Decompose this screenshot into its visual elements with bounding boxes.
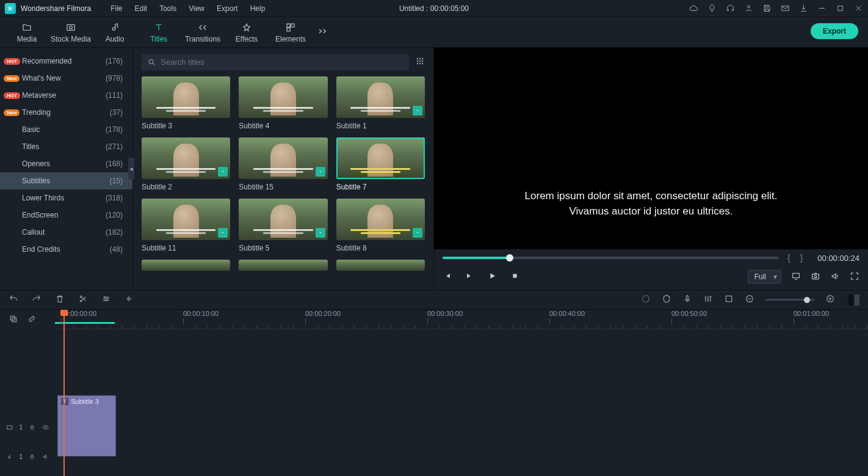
search-input[interactable] — [161, 57, 403, 67]
undo-icon[interactable] — [9, 294, 18, 306]
playhead[interactable] — [63, 310, 65, 476]
sidebar-item-count: (178) — [106, 125, 123, 134]
sidebar-item-callout[interactable]: Callout(182) — [0, 224, 132, 241]
save-icon[interactable] — [762, 4, 772, 13]
ribbon-more-icon[interactable] — [317, 27, 328, 37]
render-icon[interactable] — [641, 294, 651, 306]
sidebar-item-basic[interactable]: Basic(178) — [0, 121, 132, 138]
download-badge-icon[interactable] — [316, 228, 325, 238]
grid-view-icon[interactable] — [415, 56, 425, 68]
mail-icon[interactable] — [780, 4, 790, 13]
close-icon[interactable] — [853, 4, 863, 13]
ribbon-tab-audio[interactable]: Audio — [93, 19, 137, 46]
zoom-out-icon[interactable] — [745, 294, 754, 306]
play-icon[interactable] — [488, 271, 497, 282]
copy-icon[interactable] — [9, 314, 18, 326]
volume-icon[interactable] — [830, 271, 840, 283]
download-badge-icon[interactable] — [413, 228, 422, 238]
menu-file[interactable]: File — [106, 2, 127, 15]
sidebar-item-trending[interactable]: NewTrending(37) — [0, 104, 132, 121]
menu-help[interactable]: Help — [245, 2, 270, 15]
download-badge-icon[interactable] — [218, 167, 228, 177]
title-tile[interactable]: Subtitle 4 — [239, 76, 327, 130]
marker-out-icon[interactable]: } — [800, 253, 805, 263]
display-icon[interactable] — [791, 271, 801, 283]
next-frame-icon[interactable] — [465, 271, 474, 282]
sidebar-item-titles[interactable]: Titles(271) — [0, 138, 132, 155]
tile-label: Subtitle 8 — [336, 244, 425, 252]
title-tile[interactable]: Subtitle 7 — [336, 137, 425, 191]
title-tile[interactable]: Subtitle 3 — [142, 76, 230, 130]
ribbon-tab-transitions[interactable]: Transitions — [181, 19, 225, 46]
download-badge-icon[interactable] — [413, 106, 422, 115]
ribbon-tab-elements[interactable]: Elements — [269, 19, 313, 46]
prev-frame-icon[interactable] — [443, 271, 452, 282]
zoom-in-icon[interactable] — [825, 294, 835, 306]
sidebar-item-what-s-new[interactable]: NewWhat's New(978) — [0, 70, 132, 87]
timeline-tools — [0, 290, 868, 309]
snapshot-icon[interactable] — [811, 271, 820, 283]
ribbon-tab-titles[interactable]: Titles — [137, 19, 181, 46]
ribbon: Media Stock Media Audio Titles Transitio… — [0, 17, 868, 48]
audio-track-head[interactable]: 1 — [0, 442, 55, 471]
timeline-ruler[interactable]: 00:00:00:0000:00:10:0000:00:20:0000:00:3… — [55, 310, 868, 329]
title-tile[interactable]: Subtitle 5 — [239, 199, 327, 252]
panel-toggle-icon[interactable] — [848, 295, 859, 306]
link-icon[interactable] — [27, 314, 37, 326]
timeline-clip[interactable]: TSubtitle 3 — [57, 395, 116, 456]
sidebar-item-recommended[interactable]: HOTRecommended(176) — [0, 53, 132, 70]
bulb-icon[interactable] — [707, 4, 717, 13]
minimize-icon[interactable] — [817, 4, 826, 13]
stop-icon[interactable] — [510, 271, 519, 282]
title-tile[interactable]: Subtitle 1 — [336, 76, 425, 130]
collapse-handle-icon[interactable]: ◂ — [128, 158, 134, 180]
sidebar-item-subtitles[interactable]: Subtitles(15) — [0, 172, 132, 189]
audio-wave-icon[interactable] — [125, 294, 134, 306]
split-icon[interactable] — [78, 294, 88, 306]
marker-icon[interactable] — [662, 294, 671, 306]
download-icon[interactable] — [798, 4, 808, 13]
title-tile[interactable]: Subtitle 8 — [336, 199, 425, 252]
search-input-wrap[interactable] — [142, 54, 409, 70]
mic-icon[interactable] — [682, 294, 692, 306]
sidebar-item-end-credits[interactable]: End Credits(48) — [0, 241, 132, 258]
sidebar-item-count: (120) — [106, 211, 123, 219]
ribbon-tab-media[interactable]: Media — [5, 19, 49, 46]
sidebar-item-lower-thirds[interactable]: Lower Thirds(318) — [0, 189, 132, 207]
export-button[interactable]: Export — [811, 23, 858, 39]
quality-select[interactable]: Full — [748, 270, 781, 284]
ribbon-tab-stockmedia[interactable]: Stock Media — [49, 19, 93, 46]
headset-icon[interactable] — [725, 4, 735, 13]
sidebar-item-label: Lower Thirds — [22, 194, 64, 202]
sidebar-item-label: Openers — [22, 159, 50, 168]
menu-tools[interactable]: Tools — [154, 2, 181, 15]
svg-rect-19 — [793, 273, 800, 277]
menu-export[interactable]: Export — [212, 2, 243, 15]
menu-edit[interactable]: Edit — [130, 2, 153, 15]
title-tile[interactable]: Subtitle 15 — [239, 137, 327, 191]
mixer-icon[interactable] — [703, 294, 713, 306]
crop-icon[interactable] — [724, 294, 734, 306]
redo-icon[interactable] — [32, 294, 42, 306]
sidebar-item-endscreen[interactable]: EndScreen(120) — [0, 207, 132, 224]
preview-scrubber[interactable] — [443, 257, 779, 259]
fullscreen-icon[interactable] — [850, 271, 859, 283]
account-icon[interactable] — [743, 4, 753, 13]
zoom-slider[interactable] — [765, 299, 814, 301]
title-tile[interactable]: Subtitle 2 — [142, 137, 230, 191]
cloud-icon[interactable] — [689, 4, 698, 13]
adjust-icon[interactable] — [101, 294, 111, 306]
title-tile[interactable]: Subtitle 11 — [142, 199, 230, 252]
menu-view[interactable]: View — [184, 2, 209, 15]
marker-in-icon[interactable]: { — [787, 253, 792, 263]
download-badge-icon[interactable] — [218, 228, 228, 238]
ribbon-tab-effects[interactable]: Effects — [225, 19, 269, 46]
maximize-icon[interactable] — [835, 4, 845, 13]
sidebar-item-openers[interactable]: Openers(168) — [0, 155, 132, 172]
sidebar-item-metaverse[interactable]: HOTMetaverse(111) — [0, 87, 132, 104]
timeline-body[interactable]: 00:00:00:0000:00:10:0000:00:20:0000:00:3… — [55, 310, 868, 476]
video-track-head[interactable]: 1 — [0, 412, 55, 442]
download-badge-icon[interactable] — [316, 167, 325, 177]
preview-timecode: 00:00:00:24 — [817, 254, 859, 263]
delete-icon[interactable] — [55, 294, 65, 306]
